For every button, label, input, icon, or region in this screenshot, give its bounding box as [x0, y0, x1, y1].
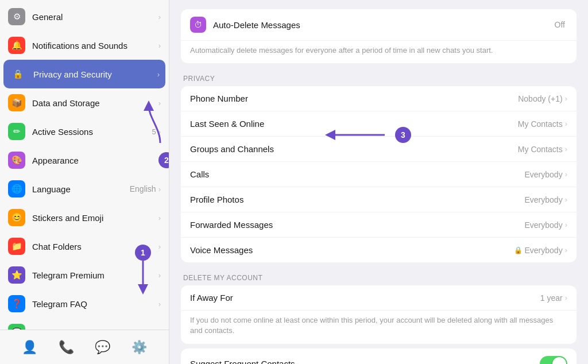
- suggest-contacts-label: Suggest Frequent Contacts: [190, 359, 540, 364]
- sidebar-item-folders[interactable]: 📁Chat Folders›: [0, 232, 169, 261]
- sidebar-item-sessions[interactable]: ✏Active Sessions5›: [0, 117, 169, 146]
- sidebar-item-general[interactable]: ⚙General›: [0, 2, 169, 31]
- sessions-badge: 5: [152, 127, 156, 136]
- annotation-2: 2: [158, 152, 169, 168]
- phone-label: Phone Number: [190, 94, 518, 103]
- groups-value: My Contacts: [518, 145, 563, 154]
- appearance-label: Appearance: [32, 156, 158, 165]
- privacy-section-label: PRIVACY: [181, 68, 577, 86]
- general-label: General: [32, 12, 158, 22]
- auto-delete-value: Off: [555, 20, 565, 29]
- appearance-icon: 🎨: [8, 152, 25, 169]
- stickers-icon: 😊: [8, 209, 25, 226]
- sidebar-item-appearance[interactable]: 🎨Appearance›2: [0, 146, 169, 175]
- lock-icon: 🔒: [514, 246, 523, 254]
- privacy-row-groups[interactable]: Groups and ChannelsMy Contacts›: [181, 137, 577, 162]
- suggest-contacts-row[interactable]: Suggest Frequent Contacts: [181, 348, 577, 364]
- sidebar-item-language[interactable]: 🌐LanguageEnglish›: [0, 175, 169, 203]
- voice-label: Voice Messages: [190, 245, 514, 255]
- stickers-arrow: ›: [158, 214, 161, 222]
- faq-arrow: ›: [158, 300, 161, 308]
- groups-arrow: ›: [565, 145, 567, 153]
- suggest-contacts-card: Suggest Frequent Contacts: [181, 348, 577, 364]
- footer-settings-icon[interactable]: ⚙️: [128, 336, 150, 358]
- privacy-row-calls[interactable]: CallsEverybody›: [181, 162, 577, 187]
- if-away-arrow: ›: [565, 293, 567, 302]
- suggest-contacts-toggle[interactable]: [540, 356, 567, 364]
- delete-section-label: DELETE MY ACCOUNT: [181, 267, 577, 285]
- forwarded-arrow: ›: [565, 220, 567, 229]
- privacy-row-forwarded[interactable]: Forwarded MessagesEverybody›: [181, 212, 577, 238]
- sidebar-item-notifications[interactable]: 🔔Notifications and Sounds›: [0, 31, 169, 60]
- photos-label: Profile Photos: [190, 195, 525, 204]
- ask-label: Ask a Question: [32, 328, 158, 330]
- faq-label: Telegram FAQ: [32, 299, 158, 309]
- sidebar-item-stickers[interactable]: 😊Stickers and Emoji›: [0, 203, 169, 232]
- forwarded-value: Everybody: [525, 220, 563, 230]
- sidebar-item-faq[interactable]: ❓Telegram FAQ›: [0, 289, 169, 318]
- privacy-row-photos[interactable]: Profile PhotosEverybody›: [181, 187, 577, 212]
- ask-icon: 💬: [8, 324, 25, 330]
- if-away-description: If you do not come online at least once …: [181, 311, 577, 343]
- groups-label: Groups and Channels: [190, 144, 518, 154]
- sidebar: ⚙General›🔔Notifications and Sounds›🔒Priv…: [0, 0, 169, 364]
- photos-value: Everybody: [525, 195, 563, 204]
- data-icon: 📦: [8, 94, 25, 111]
- if-away-label: If Away For: [190, 293, 540, 303]
- auto-delete-icon: ⏱: [190, 17, 206, 33]
- sidebar-item-ask[interactable]: 💬Ask a Question›: [0, 318, 169, 330]
- calls-label: Calls: [190, 169, 525, 179]
- privacy-row-phone[interactable]: Phone NumberNobody (+1)›: [181, 86, 577, 111]
- privacy-icon: 🔒: [9, 65, 26, 83]
- sidebar-footer: 👤📞💬⚙️: [0, 330, 169, 364]
- notifications-label: Notifications and Sounds: [32, 41, 158, 51]
- privacy-row-lastseen[interactable]: Last Seen & OnlineMy Contacts›: [181, 111, 577, 137]
- notifications-icon: 🔔: [8, 37, 25, 54]
- lastseen-label: Last Seen & Online: [190, 119, 518, 129]
- privacy-card: Phone NumberNobody (+1)›Last Seen & Onli…: [181, 86, 577, 262]
- premium-label: Telegram Premium: [32, 270, 158, 280]
- footer-chats-icon[interactable]: 💬: [91, 336, 114, 358]
- language-value: English: [130, 184, 156, 193]
- auto-delete-row[interactable]: ⏱ Auto-Delete Messages Off: [181, 9, 577, 41]
- general-icon: ⚙: [8, 8, 25, 25]
- stickers-label: Stickers and Emoji: [32, 213, 158, 223]
- sessions-icon: ✏: [8, 123, 25, 140]
- notifications-arrow: ›: [158, 41, 161, 50]
- sidebar-item-privacy[interactable]: 🔒Privacy and Security›: [3, 60, 165, 88]
- data-label: Data and Storage: [32, 98, 158, 108]
- language-icon: 🌐: [8, 180, 25, 198]
- photos-arrow: ›: [565, 195, 567, 204]
- language-arrow: ›: [158, 185, 161, 193]
- delete-card: If Away For 1 year › If you do not come …: [181, 285, 577, 343]
- phone-arrow: ›: [565, 94, 567, 103]
- sidebar-list: ⚙General›🔔Notifications and Sounds›🔒Priv…: [0, 0, 169, 330]
- voice-value: Everybody: [525, 246, 563, 255]
- footer-calls-icon[interactable]: 📞: [55, 336, 78, 358]
- calls-value: Everybody: [525, 170, 563, 179]
- ask-arrow: ›: [158, 328, 161, 330]
- privacy-row-voice[interactable]: Voice Messages🔒Everybody›: [181, 238, 577, 262]
- folders-icon: 📁: [8, 238, 25, 255]
- phone-value: Nobody (+1): [518, 94, 562, 103]
- privacy-label: Privacy and Security: [33, 69, 157, 79]
- folders-arrow: ›: [158, 242, 161, 251]
- lastseen-arrow: ›: [565, 119, 567, 128]
- voice-arrow: ›: [565, 246, 567, 254]
- if-away-row[interactable]: If Away For 1 year ›: [181, 285, 577, 311]
- sessions-arrow: ›: [158, 127, 161, 136]
- footer-profile-icon[interactable]: 👤: [18, 336, 41, 358]
- sessions-label: Active Sessions: [32, 127, 152, 137]
- if-away-value: 1 year: [540, 293, 563, 303]
- general-arrow: ›: [158, 13, 161, 21]
- auto-delete-label: Auto-Delete Messages: [213, 20, 555, 30]
- auto-delete-card: ⏱ Auto-Delete Messages Off Automatically…: [181, 9, 577, 63]
- data-arrow: ›: [158, 99, 161, 107]
- folders-label: Chat Folders: [32, 242, 158, 251]
- premium-icon: ⭐: [8, 266, 25, 284]
- sidebar-item-premium[interactable]: ⭐Telegram Premium›: [0, 261, 169, 289]
- calls-arrow: ›: [565, 170, 567, 179]
- sidebar-item-data[interactable]: 📦Data and Storage›: [0, 88, 169, 117]
- faq-icon: ❓: [8, 295, 25, 312]
- premium-arrow: ›: [158, 271, 161, 280]
